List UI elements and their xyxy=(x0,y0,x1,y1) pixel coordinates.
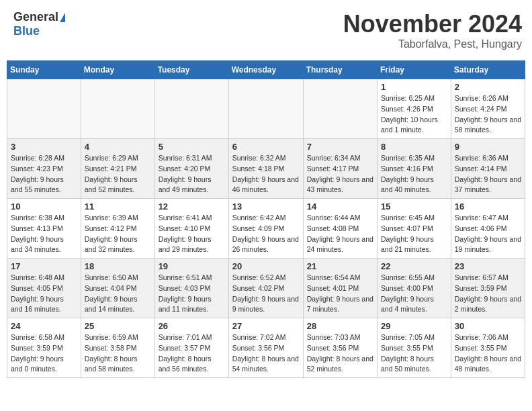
day-info: Sunrise: 7:02 AMSunset: 3:56 PMDaylight:… xyxy=(232,332,300,375)
day-number: 2 xyxy=(455,82,521,92)
calendar-day-cell: 24Sunrise: 6:58 AMSunset: 3:59 PMDayligh… xyxy=(7,318,81,378)
calendar-day-cell: 26Sunrise: 7:01 AMSunset: 3:57 PMDayligh… xyxy=(154,318,228,378)
day-info: Sunrise: 7:03 AMSunset: 3:56 PMDaylight:… xyxy=(307,332,373,375)
calendar-day-cell: 16Sunrise: 6:47 AMSunset: 4:06 PMDayligh… xyxy=(451,199,525,259)
day-info: Sunrise: 6:51 AMSunset: 4:03 PMDaylight:… xyxy=(159,273,225,315)
day-number: 27 xyxy=(232,321,300,331)
day-info: Sunrise: 6:28 AMSunset: 4:23 PMDaylight:… xyxy=(11,153,77,195)
calendar-day-cell: 19Sunrise: 6:51 AMSunset: 4:03 PMDayligh… xyxy=(154,259,228,318)
logo: General Blue xyxy=(13,10,65,38)
calendar-day-cell: 5Sunrise: 6:31 AMSunset: 4:20 PMDaylight… xyxy=(154,139,228,199)
weekday-header: Tuesday xyxy=(154,61,228,79)
calendar-week-row: 1Sunrise: 6:25 AMSunset: 4:26 PMDaylight… xyxy=(7,79,525,139)
weekday-header: Thursday xyxy=(303,61,377,79)
day-info: Sunrise: 6:47 AMSunset: 4:06 PMDaylight:… xyxy=(455,213,521,255)
calendar-day-cell: 28Sunrise: 7:03 AMSunset: 3:56 PMDayligh… xyxy=(303,318,377,378)
calendar-day-cell: 25Sunrise: 6:59 AMSunset: 3:58 PMDayligh… xyxy=(81,318,154,378)
day-number: 10 xyxy=(11,201,77,212)
day-info: Sunrise: 6:34 AMSunset: 4:17 PMDaylight:… xyxy=(307,153,373,195)
calendar-location: Taborfalva, Pest, Hungary xyxy=(343,38,522,50)
calendar-day-cell: 13Sunrise: 6:42 AMSunset: 4:09 PMDayligh… xyxy=(228,199,303,259)
weekday-header: Friday xyxy=(378,61,451,79)
day-number: 4 xyxy=(85,142,151,152)
day-number: 22 xyxy=(381,261,447,271)
calendar-title: November 2024 xyxy=(343,10,522,38)
day-info: Sunrise: 6:52 AMSunset: 4:02 PMDaylight:… xyxy=(232,273,300,315)
day-info: Sunrise: 6:26 AMSunset: 4:24 PMDaylight:… xyxy=(455,93,521,136)
calendar-day-cell: 15Sunrise: 6:45 AMSunset: 4:07 PMDayligh… xyxy=(378,199,451,259)
calendar-day-cell: 2Sunrise: 6:26 AMSunset: 4:24 PMDaylight… xyxy=(451,79,525,139)
day-number: 1 xyxy=(381,82,447,92)
day-number: 19 xyxy=(159,261,225,271)
calendar-day-cell: 23Sunrise: 6:57 AMSunset: 3:59 PMDayligh… xyxy=(451,259,525,318)
calendar-week-row: 3Sunrise: 6:28 AMSunset: 4:23 PMDaylight… xyxy=(7,139,525,199)
day-number: 16 xyxy=(455,201,521,212)
day-number: 8 xyxy=(381,142,447,152)
logo-triangle-icon xyxy=(60,13,65,22)
calendar-day-cell: 27Sunrise: 7:02 AMSunset: 3:56 PMDayligh… xyxy=(228,318,303,378)
day-number: 3 xyxy=(11,142,77,152)
day-number: 23 xyxy=(455,261,521,271)
day-info: Sunrise: 6:50 AMSunset: 4:04 PMDaylight:… xyxy=(85,273,151,315)
day-number: 5 xyxy=(159,142,225,152)
day-number: 12 xyxy=(159,201,225,212)
day-number: 24 xyxy=(11,321,77,331)
calendar-day-cell: 30Sunrise: 7:06 AMSunset: 3:55 PMDayligh… xyxy=(451,318,525,378)
calendar-week-row: 10Sunrise: 6:38 AMSunset: 4:13 PMDayligh… xyxy=(7,199,525,259)
day-number: 26 xyxy=(159,321,225,331)
day-info: Sunrise: 6:32 AMSunset: 4:18 PMDaylight:… xyxy=(232,153,300,195)
calendar-day-cell: 3Sunrise: 6:28 AMSunset: 4:23 PMDaylight… xyxy=(7,139,81,199)
calendar-day-cell: 29Sunrise: 7:05 AMSunset: 3:55 PMDayligh… xyxy=(378,318,451,378)
day-number: 9 xyxy=(455,142,521,152)
day-number: 7 xyxy=(307,142,373,152)
day-number: 17 xyxy=(11,261,77,271)
calendar-day-cell: 8Sunrise: 6:35 AMSunset: 4:16 PMDaylight… xyxy=(378,139,451,199)
calendar-day-cell: 18Sunrise: 6:50 AMSunset: 4:04 PMDayligh… xyxy=(81,259,154,318)
calendar-day-cell: 12Sunrise: 6:41 AMSunset: 4:10 PMDayligh… xyxy=(154,199,228,259)
calendar-day-cell: 22Sunrise: 6:55 AMSunset: 4:00 PMDayligh… xyxy=(378,259,451,318)
day-info: Sunrise: 6:57 AMSunset: 3:59 PMDaylight:… xyxy=(455,273,521,315)
calendar-day-cell xyxy=(7,79,81,139)
calendar-day-cell: 11Sunrise: 6:39 AMSunset: 4:12 PMDayligh… xyxy=(81,199,154,259)
calendar-day-cell xyxy=(303,79,377,139)
day-number: 28 xyxy=(307,321,373,331)
weekday-header: Saturday xyxy=(451,61,525,79)
day-info: Sunrise: 6:41 AMSunset: 4:10 PMDaylight:… xyxy=(159,213,225,255)
day-number: 21 xyxy=(307,261,373,271)
logo-general-text: General xyxy=(13,10,58,24)
calendar-week-row: 24Sunrise: 6:58 AMSunset: 3:59 PMDayligh… xyxy=(7,318,525,378)
calendar-week-row: 17Sunrise: 6:48 AMSunset: 4:05 PMDayligh… xyxy=(7,259,525,318)
calendar-day-cell: 14Sunrise: 6:44 AMSunset: 4:08 PMDayligh… xyxy=(303,199,377,259)
day-info: Sunrise: 6:55 AMSunset: 4:00 PMDaylight:… xyxy=(381,273,447,315)
day-info: Sunrise: 6:35 AMSunset: 4:16 PMDaylight:… xyxy=(381,153,447,195)
day-number: 20 xyxy=(232,261,300,271)
day-info: Sunrise: 7:06 AMSunset: 3:55 PMDaylight:… xyxy=(455,332,521,375)
day-number: 11 xyxy=(85,201,151,212)
day-info: Sunrise: 6:38 AMSunset: 4:13 PMDaylight:… xyxy=(11,213,77,255)
day-number: 6 xyxy=(232,142,300,152)
calendar-day-cell: 17Sunrise: 6:48 AMSunset: 4:05 PMDayligh… xyxy=(7,259,81,318)
day-number: 30 xyxy=(455,321,521,331)
calendar-day-cell: 21Sunrise: 6:54 AMSunset: 4:01 PMDayligh… xyxy=(303,259,377,318)
day-number: 15 xyxy=(381,201,447,212)
calendar-table: SundayMondayTuesdayWednesdayThursdayFrid… xyxy=(7,60,525,378)
day-number: 13 xyxy=(232,201,300,212)
weekday-header: Monday xyxy=(81,61,154,79)
day-info: Sunrise: 7:05 AMSunset: 3:55 PMDaylight:… xyxy=(381,332,447,375)
title-block: November 2024 Taborfalva, Pest, Hungary xyxy=(343,10,522,50)
day-info: Sunrise: 6:25 AMSunset: 4:26 PMDaylight:… xyxy=(381,93,447,136)
day-number: 14 xyxy=(307,201,373,212)
calendar-day-cell: 7Sunrise: 6:34 AMSunset: 4:17 PMDaylight… xyxy=(303,139,377,199)
weekday-header: Wednesday xyxy=(228,61,303,79)
day-number: 25 xyxy=(85,321,151,331)
day-info: Sunrise: 6:59 AMSunset: 3:58 PMDaylight:… xyxy=(85,332,151,375)
day-number: 18 xyxy=(85,261,151,271)
calendar-day-cell: 9Sunrise: 6:36 AMSunset: 4:14 PMDaylight… xyxy=(451,139,525,199)
day-info: Sunrise: 6:48 AMSunset: 4:05 PMDaylight:… xyxy=(11,273,77,315)
day-info: Sunrise: 6:39 AMSunset: 4:12 PMDaylight:… xyxy=(85,213,151,255)
day-info: Sunrise: 6:54 AMSunset: 4:01 PMDaylight:… xyxy=(307,273,373,315)
day-info: Sunrise: 7:01 AMSunset: 3:57 PMDaylight:… xyxy=(159,332,225,375)
calendar-day-cell: 1Sunrise: 6:25 AMSunset: 4:26 PMDaylight… xyxy=(378,79,451,139)
day-info: Sunrise: 6:44 AMSunset: 4:08 PMDaylight:… xyxy=(307,213,373,255)
day-info: Sunrise: 6:58 AMSunset: 3:59 PMDaylight:… xyxy=(11,332,77,375)
